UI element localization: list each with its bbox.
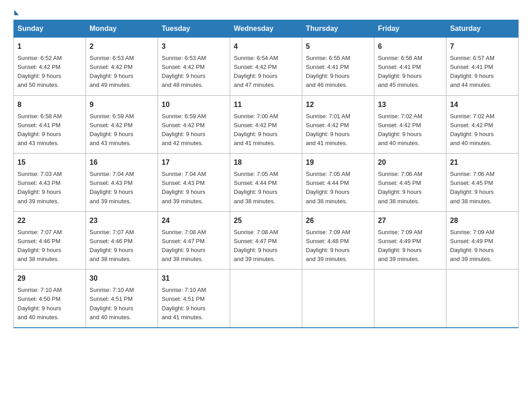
day-info: Sunrise: 7:09 AMSunset: 4:48 PMDaylight:… bbox=[306, 229, 350, 262]
day-number: 22 bbox=[17, 215, 82, 226]
day-number: 24 bbox=[162, 215, 226, 226]
day-info: Sunrise: 6:53 AMSunset: 4:42 PMDaylight:… bbox=[90, 55, 134, 88]
day-info: Sunrise: 7:05 AMSunset: 4:44 PMDaylight:… bbox=[234, 171, 278, 204]
calendar-cell: 16 Sunrise: 7:04 AMSunset: 4:43 PMDaylig… bbox=[86, 154, 158, 212]
calendar-cell: 13 Sunrise: 7:02 AMSunset: 4:42 PMDaylig… bbox=[374, 95, 446, 154]
day-number: 3 bbox=[162, 41, 226, 52]
day-info: Sunrise: 7:07 AMSunset: 4:46 PMDaylight:… bbox=[90, 229, 134, 262]
calendar-cell: 15 Sunrise: 7:03 AMSunset: 4:43 PMDaylig… bbox=[14, 154, 86, 212]
day-number: 2 bbox=[90, 41, 154, 52]
day-info: Sunrise: 7:10 AMSunset: 4:51 PMDaylight:… bbox=[90, 287, 134, 320]
day-info: Sunrise: 6:55 AMSunset: 4:41 PMDaylight:… bbox=[306, 55, 350, 88]
day-info: Sunrise: 7:07 AMSunset: 4:46 PMDaylight:… bbox=[17, 229, 62, 262]
calendar-cell: 5 Sunrise: 6:55 AMSunset: 4:41 PMDayligh… bbox=[302, 38, 374, 96]
day-info: Sunrise: 7:09 AMSunset: 4:49 PMDaylight:… bbox=[378, 229, 422, 262]
calendar-cell: 14 Sunrise: 7:02 AMSunset: 4:42 PMDaylig… bbox=[446, 95, 519, 154]
day-number: 9 bbox=[90, 99, 154, 110]
calendar-header-row: SundayMondayTuesdayWednesdayThursdayFrid… bbox=[14, 20, 519, 38]
calendar-cell: 8 Sunrise: 6:58 AMSunset: 4:41 PMDayligh… bbox=[14, 95, 86, 154]
calendar-cell: 30 Sunrise: 7:10 AMSunset: 4:51 PMDaylig… bbox=[86, 270, 158, 328]
calendar-cell: 25 Sunrise: 7:08 AMSunset: 4:47 PMDaylig… bbox=[230, 211, 302, 270]
day-number: 28 bbox=[450, 215, 515, 226]
day-number: 14 bbox=[450, 99, 515, 110]
calendar-cell: 11 Sunrise: 7:00 AMSunset: 4:42 PMDaylig… bbox=[230, 95, 302, 154]
calendar-cell: 10 Sunrise: 6:59 AMSunset: 4:42 PMDaylig… bbox=[158, 95, 230, 154]
day-info: Sunrise: 7:06 AMSunset: 4:45 PMDaylight:… bbox=[378, 171, 422, 204]
calendar-cell: 2 Sunrise: 6:53 AMSunset: 4:42 PMDayligh… bbox=[86, 38, 158, 96]
day-number: 23 bbox=[90, 215, 154, 226]
calendar-cell: 4 Sunrise: 6:54 AMSunset: 4:42 PMDayligh… bbox=[230, 38, 302, 96]
day-number: 31 bbox=[162, 273, 226, 284]
day-info: Sunrise: 7:00 AMSunset: 4:42 PMDaylight:… bbox=[234, 113, 278, 146]
calendar-cell: 22 Sunrise: 7:07 AMSunset: 4:46 PMDaylig… bbox=[14, 211, 86, 270]
day-number: 1 bbox=[17, 41, 82, 52]
calendar-cell: 19 Sunrise: 7:05 AMSunset: 4:44 PMDaylig… bbox=[302, 154, 374, 212]
calendar-col-thursday: Thursday bbox=[302, 20, 374, 38]
calendar-cell: 28 Sunrise: 7:09 AMSunset: 4:49 PMDaylig… bbox=[446, 211, 519, 270]
calendar-week-row: 29 Sunrise: 7:10 AMSunset: 4:50 PMDaylig… bbox=[14, 270, 519, 328]
calendar-col-monday: Monday bbox=[86, 20, 158, 38]
calendar-week-row: 1 Sunrise: 6:52 AMSunset: 4:42 PMDayligh… bbox=[14, 38, 519, 96]
day-info: Sunrise: 6:57 AMSunset: 4:41 PMDaylight:… bbox=[450, 55, 494, 88]
day-number: 25 bbox=[234, 215, 298, 226]
day-info: Sunrise: 6:52 AMSunset: 4:42 PMDaylight:… bbox=[17, 55, 62, 88]
day-number: 6 bbox=[378, 41, 442, 52]
calendar-cell bbox=[446, 270, 519, 328]
calendar-cell: 27 Sunrise: 7:09 AMSunset: 4:49 PMDaylig… bbox=[374, 211, 446, 270]
calendar-cell: 21 Sunrise: 7:06 AMSunset: 4:45 PMDaylig… bbox=[446, 154, 519, 212]
calendar-cell: 3 Sunrise: 6:53 AMSunset: 4:42 PMDayligh… bbox=[158, 38, 230, 96]
day-info: Sunrise: 6:54 AMSunset: 4:42 PMDaylight:… bbox=[234, 55, 278, 88]
day-info: Sunrise: 6:58 AMSunset: 4:41 PMDaylight:… bbox=[17, 113, 62, 146]
day-number: 4 bbox=[234, 41, 298, 52]
calendar-cell bbox=[230, 270, 302, 328]
day-info: Sunrise: 7:02 AMSunset: 4:42 PMDaylight:… bbox=[378, 113, 422, 146]
day-info: Sunrise: 7:04 AMSunset: 4:43 PMDaylight:… bbox=[90, 171, 134, 204]
calendar-cell bbox=[374, 270, 446, 328]
day-info: Sunrise: 7:04 AMSunset: 4:43 PMDaylight:… bbox=[162, 171, 206, 204]
day-info: Sunrise: 7:03 AMSunset: 4:43 PMDaylight:… bbox=[17, 171, 62, 204]
calendar-cell: 23 Sunrise: 7:07 AMSunset: 4:46 PMDaylig… bbox=[86, 211, 158, 270]
day-number: 19 bbox=[306, 157, 370, 168]
calendar-cell: 9 Sunrise: 6:59 AMSunset: 4:42 PMDayligh… bbox=[86, 95, 158, 154]
day-number: 29 bbox=[17, 273, 82, 284]
calendar-col-sunday: Sunday bbox=[14, 20, 86, 38]
calendar-cell: 29 Sunrise: 7:10 AMSunset: 4:50 PMDaylig… bbox=[14, 270, 86, 328]
day-info: Sunrise: 7:08 AMSunset: 4:47 PMDaylight:… bbox=[162, 229, 206, 262]
calendar-col-tuesday: Tuesday bbox=[158, 20, 230, 38]
calendar-cell: 26 Sunrise: 7:09 AMSunset: 4:48 PMDaylig… bbox=[302, 211, 374, 270]
day-number: 18 bbox=[234, 157, 298, 168]
logo-triangle-icon bbox=[14, 10, 19, 15]
calendar-col-wednesday: Wednesday bbox=[230, 20, 302, 38]
day-info: Sunrise: 7:10 AMSunset: 4:50 PMDaylight:… bbox=[17, 287, 62, 320]
calendar-cell: 12 Sunrise: 7:01 AMSunset: 4:42 PMDaylig… bbox=[302, 95, 374, 154]
day-number: 7 bbox=[450, 41, 515, 52]
day-number: 5 bbox=[306, 41, 370, 52]
calendar-week-row: 8 Sunrise: 6:58 AMSunset: 4:41 PMDayligh… bbox=[14, 95, 519, 154]
day-info: Sunrise: 7:02 AMSunset: 4:42 PMDaylight:… bbox=[450, 113, 494, 146]
calendar-table: SundayMondayTuesdayWednesdayThursdayFrid… bbox=[13, 20, 519, 328]
calendar-col-saturday: Saturday bbox=[446, 20, 519, 38]
calendar-cell: 17 Sunrise: 7:04 AMSunset: 4:43 PMDaylig… bbox=[158, 154, 230, 212]
day-info: Sunrise: 7:05 AMSunset: 4:44 PMDaylight:… bbox=[306, 171, 350, 204]
day-number: 21 bbox=[450, 157, 515, 168]
day-info: Sunrise: 6:59 AMSunset: 4:42 PMDaylight:… bbox=[162, 113, 206, 146]
day-info: Sunrise: 6:56 AMSunset: 4:41 PMDaylight:… bbox=[378, 55, 422, 88]
day-number: 27 bbox=[378, 215, 442, 226]
day-number: 8 bbox=[17, 99, 82, 110]
day-number: 17 bbox=[162, 157, 226, 168]
calendar-cell: 20 Sunrise: 7:06 AMSunset: 4:45 PMDaylig… bbox=[374, 154, 446, 212]
day-number: 20 bbox=[378, 157, 442, 168]
day-info: Sunrise: 7:08 AMSunset: 4:47 PMDaylight:… bbox=[234, 229, 278, 262]
page-header bbox=[13, 9, 519, 15]
day-number: 30 bbox=[90, 273, 154, 284]
calendar-cell: 1 Sunrise: 6:52 AMSunset: 4:42 PMDayligh… bbox=[14, 38, 86, 96]
calendar-week-row: 15 Sunrise: 7:03 AMSunset: 4:43 PMDaylig… bbox=[14, 154, 519, 212]
day-number: 10 bbox=[162, 99, 226, 110]
calendar-cell: 24 Sunrise: 7:08 AMSunset: 4:47 PMDaylig… bbox=[158, 211, 230, 270]
day-number: 12 bbox=[306, 99, 370, 110]
day-info: Sunrise: 7:09 AMSunset: 4:49 PMDaylight:… bbox=[450, 229, 494, 262]
logo bbox=[13, 9, 19, 15]
calendar-col-friday: Friday bbox=[374, 20, 446, 38]
calendar-cell: 6 Sunrise: 6:56 AMSunset: 4:41 PMDayligh… bbox=[374, 38, 446, 96]
day-number: 11 bbox=[234, 99, 298, 110]
